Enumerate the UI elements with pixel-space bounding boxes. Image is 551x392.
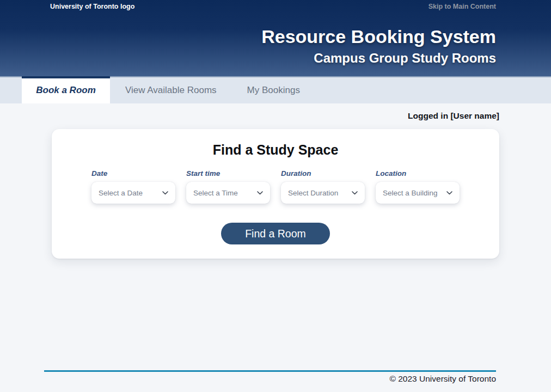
button-row: Find a Room: [52, 223, 499, 244]
chevron-down-icon: [257, 191, 263, 195]
tab-view-available-rooms[interactable]: View Available Rooms: [110, 77, 232, 103]
chevron-down-icon: [162, 191, 168, 195]
duration-label: Duration: [281, 169, 365, 177]
copyright-text: © 2023 University of Toronto: [44, 374, 496, 384]
location-select-value: Select a Building: [383, 189, 438, 197]
location-label: Location: [376, 169, 460, 177]
duration-select[interactable]: Select Duration: [281, 182, 365, 204]
chevron-down-icon: [352, 191, 358, 195]
page-title: Resource Booking System: [0, 27, 496, 47]
card-heading: Find a Study Space: [52, 142, 499, 158]
date-label: Date: [91, 169, 175, 177]
location-select[interactable]: Select a Building: [376, 182, 460, 204]
tab-label: View Available Rooms: [125, 85, 217, 96]
date-field: Date Select a Date: [91, 169, 175, 204]
university-logo: University of Toronto logo: [50, 3, 134, 10]
date-select-value: Select a Date: [99, 189, 143, 197]
tab-book-a-room[interactable]: Book a Room: [22, 77, 110, 103]
start-time-select-value: Select a Time: [193, 189, 238, 197]
chevron-down-icon: [446, 191, 452, 195]
page-footer: © 2023 University of Toronto: [44, 370, 496, 384]
tab-label: Book a Room: [36, 85, 96, 96]
duration-select-value: Select Duration: [288, 189, 338, 197]
footer-divider: [44, 370, 496, 372]
page-subtitle: Campus Group Study Rooms: [0, 51, 496, 66]
skip-to-main-content-link[interactable]: Skip to Main Content: [428, 3, 496, 10]
active-tab-indicator: [22, 76, 110, 78]
header-titles: Resource Booking System Campus Group Stu…: [0, 27, 551, 66]
start-time-field: Start time Select a Time: [186, 169, 270, 204]
start-time-label: Start time: [186, 169, 270, 177]
tab-label: My Bookings: [247, 85, 300, 96]
duration-field: Duration Select Duration: [281, 169, 365, 204]
find-study-space-card: Find a Study Space Date Select a Date St…: [52, 129, 499, 259]
find-a-room-button[interactable]: Find a Room: [221, 223, 330, 244]
tab-my-bookings[interactable]: My Bookings: [232, 77, 315, 103]
date-select[interactable]: Select a Date: [91, 182, 175, 204]
tab-bar: Book a Room View Available Rooms My Book…: [0, 76, 551, 103]
logged-in-status: Logged in [User name]: [52, 111, 499, 121]
page-header: University of Toronto logo Skip to Main …: [0, 0, 551, 76]
header-top-bar: University of Toronto logo Skip to Main …: [0, 0, 551, 10]
location-field: Location Select a Building: [376, 169, 460, 204]
main-content: Logged in [User name] Find a Study Space…: [0, 111, 551, 259]
start-time-select[interactable]: Select a Time: [186, 182, 270, 204]
booking-form-row: Date Select a Date Start time Select a T…: [52, 169, 499, 204]
